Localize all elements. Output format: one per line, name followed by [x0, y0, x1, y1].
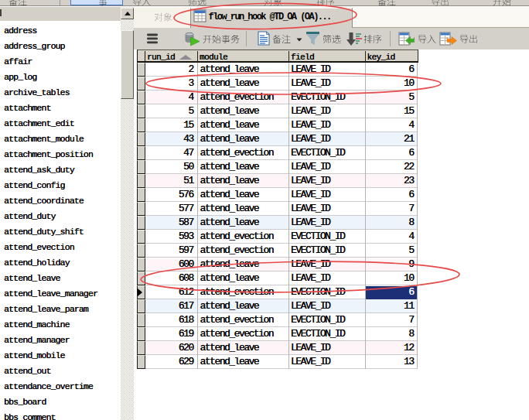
svg-text:flow_run_hook @TD_OA (OA)...: flow_run_hook @TD_OA (OA)...	[209, 12, 331, 22]
